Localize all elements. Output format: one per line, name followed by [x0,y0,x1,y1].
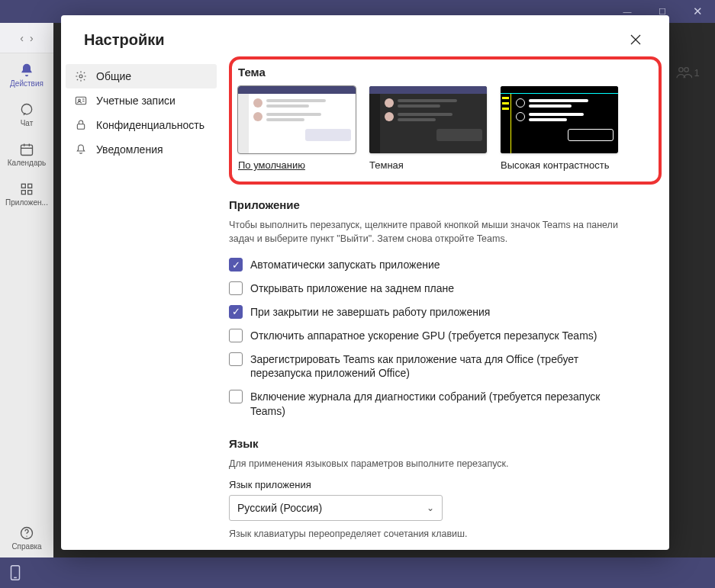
sidebar-item-label: Учетные записи [96,95,176,107]
settings-modal: Настройки Общие Учетные записи [61,15,669,550]
rail-help-label: Справка [11,542,41,551]
theme-label: Высокая контрастность [501,159,618,171]
theme-preview-default [238,86,356,153]
badge-count: 1 [694,67,699,79]
option-label: Открывать приложение на заднем плане [250,281,454,296]
checkbox-register-office[interactable] [229,352,243,366]
language-hint: Для применения языковых параметров выпол… [229,458,626,471]
nav-history: ‹ › [0,23,53,53]
theme-highlight: Тема По умолчанию [229,56,662,185]
theme-heading: Тема [238,66,652,79]
back-button[interactable]: ‹ [20,32,24,44]
app-language-label: Язык приложения [229,479,662,490]
sidebar-item-general[interactable]: Общие [66,64,217,88]
language-section: Язык Для применения языковых параметров … [229,437,662,539]
theme-label: Темная [369,159,487,171]
bell-outline-icon [75,143,89,156]
checkbox-keep-running[interactable]: ✓ [229,305,243,319]
option-auto-start[interactable]: ✓ Автоматически запускать приложение [229,253,626,277]
footer-bar [0,557,715,588]
rail-activity-label: Действия [10,79,43,88]
meet-now-badge[interactable]: 1 [665,53,710,92]
option-disable-gpu[interactable]: Отключить аппаратное ускорение GPU (треб… [229,324,626,348]
checkbox-open-background[interactable] [229,281,243,295]
bell-icon [19,63,34,78]
modal-title: Настройки [84,31,625,49]
option-label: Отключить аппаратное ускорение GPU (треб… [250,329,597,343]
id-card-icon [75,95,89,107]
option-meeting-logging[interactable]: Включение журнала для диагностики собран… [229,385,626,423]
app-language-value: Русский (Россия) [237,502,322,514]
apps-icon [19,182,34,197]
language-heading: Язык [229,437,662,450]
option-register-office-chat[interactable]: Зарегистрировать Teams как приложение ча… [229,348,626,386]
svg-point-0 [21,104,31,114]
calendar-icon [19,142,34,157]
settings-sidebar: Общие Учетные записи Конфиденциальность … [61,56,221,550]
checkbox-disable-gpu[interactable] [229,329,243,342]
svg-point-19 [79,99,81,101]
theme-option-high-contrast[interactable]: Высокая контрастность [501,86,618,171]
theme-preview-dark [369,86,487,153]
forward-button[interactable]: › [30,32,34,44]
application-section: Приложение Чтобы выполнить перезапуск, щ… [229,198,662,423]
option-open-background[interactable]: Открывать приложение на заднем плане [229,277,626,300]
svg-rect-7 [21,190,25,194]
sidebar-item-label: Конфиденциальность [96,119,205,131]
rail-apps[interactable]: Приложен... [0,174,53,214]
option-keep-running-on-close[interactable]: ✓ При закрытии не завершать работу прило… [229,300,626,324]
option-label: Зарегистрировать Teams как приложение ча… [250,352,626,381]
rail-calendar[interactable]: Календарь [0,134,53,174]
svg-rect-22 [77,124,84,130]
keyboard-language-hint: Язык клавиатуры переопределяет сочетания… [229,529,662,539]
sidebar-item-accounts[interactable]: Учетные записи [66,88,217,113]
sidebar-item-privacy[interactable]: Конфиденциальность [66,113,217,137]
rail-calendar-label: Календарь [8,159,46,167]
svg-rect-5 [21,184,25,188]
chevron-down-icon: ⌄ [427,503,434,513]
option-label: Включение журнала для диагностики собран… [250,390,626,419]
rail-chat-label: Чат [21,119,34,127]
svg-rect-1 [21,145,33,155]
theme-label: По умолчанию [238,159,356,171]
theme-option-dark[interactable]: Темная [369,86,487,171]
theme-preview-high-contrast [501,86,618,153]
sidebar-item-label: Уведомления [96,143,163,156]
application-heading: Приложение [229,198,662,211]
settings-content: Тема По умолчанию [221,56,669,550]
svg-rect-8 [28,190,32,194]
rail-help[interactable]: Справка [0,518,53,557]
lock-icon [75,119,89,131]
application-hint: Чтобы выполнить перезапуск, щелкните пра… [229,219,626,246]
close-button[interactable] [625,31,646,49]
svg-rect-6 [28,184,32,188]
rail-apps-label: Приложен... [5,198,48,207]
rail-chat[interactable]: Чат [0,95,53,134]
chat-icon [19,102,34,117]
option-label: Автоматически запускать приложение [250,258,440,272]
app-rail: Действия Чат Календарь Приложен... Справ… [0,53,53,557]
svg-point-17 [79,75,82,78]
svg-point-11 [679,68,683,72]
window-close-button[interactable]: ✕ [680,0,715,23]
option-label: При закрытии не завершать работу приложе… [250,305,490,320]
phone-icon[interactable] [9,564,21,581]
app-language-select[interactable]: Русский (Россия) ⌄ [229,495,443,521]
gear-icon [75,70,89,82]
sidebar-item-label: Общие [96,70,131,82]
svg-point-10 [26,535,27,536]
checkbox-meeting-logging[interactable] [229,390,243,403]
rail-activity[interactable]: Действия [0,55,53,95]
checkbox-auto-start[interactable]: ✓ [229,258,243,272]
svg-point-12 [684,68,688,72]
theme-option-default[interactable]: По умолчанию [238,86,356,171]
help-icon [19,525,34,541]
sidebar-item-notifications[interactable]: Уведомления [66,137,217,162]
